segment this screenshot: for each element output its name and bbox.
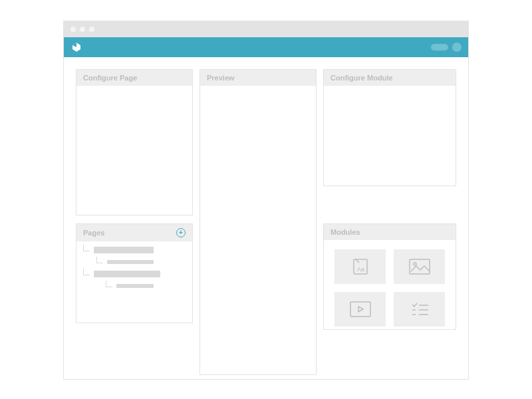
window-close-icon[interactable] [70,27,76,32]
modules-panel: Modules Aa [323,223,456,330]
tree-row[interactable] [83,271,186,277]
add-page-button[interactable]: + [176,228,186,237]
image-icon [408,258,431,275]
plus-icon: + [179,229,183,236]
svg-text:Aa: Aa [357,266,364,273]
configure-module-panel: Configure Module [323,69,456,186]
pages-tree [76,241,192,293]
checklist-icon [410,301,430,318]
app-window: Configure Page Preview Configure Module … [63,21,469,380]
header-status-pill[interactable] [431,44,448,51]
svg-rect-2 [410,259,430,274]
configure-module-header: Configure Module [324,70,456,86]
configure-page-panel: Configure Page [76,69,193,215]
app-header [64,37,468,57]
preview-header: Preview [200,70,316,86]
pages-header: Pages + [76,224,192,241]
app-logo-icon[interactable] [70,41,82,53]
user-avatar[interactable] [452,43,462,52]
video-icon [349,301,372,318]
modules-header: Modules [324,224,456,240]
tree-row[interactable] [83,247,186,253]
configure-page-header: Configure Page [76,70,192,86]
image-module-tile[interactable] [394,249,445,284]
window-minimize-icon[interactable] [80,27,85,32]
tree-row[interactable] [83,284,186,288]
modules-grid: Aa [324,240,456,336]
configure-module-title: Configure Module [331,74,393,82]
pages-panel: Pages + [76,223,193,323]
pages-title: Pages [83,229,104,237]
tree-row[interactable] [83,260,186,264]
list-module-tile[interactable] [394,292,445,327]
main-content: Configure Page Preview Configure Module … [64,57,468,379]
window-titlebar [64,21,468,37]
svg-point-3 [414,263,416,265]
configure-page-title: Configure Page [83,74,137,82]
modules-title: Modules [331,228,360,236]
video-module-tile[interactable] [334,292,386,327]
preview-panel: Preview [200,69,317,375]
text-module-tile[interactable]: Aa [334,249,386,284]
text-icon: Aa [350,257,370,277]
svg-rect-4 [350,302,370,317]
preview-title: Preview [207,74,235,82]
window-maximize-icon[interactable] [89,27,94,32]
